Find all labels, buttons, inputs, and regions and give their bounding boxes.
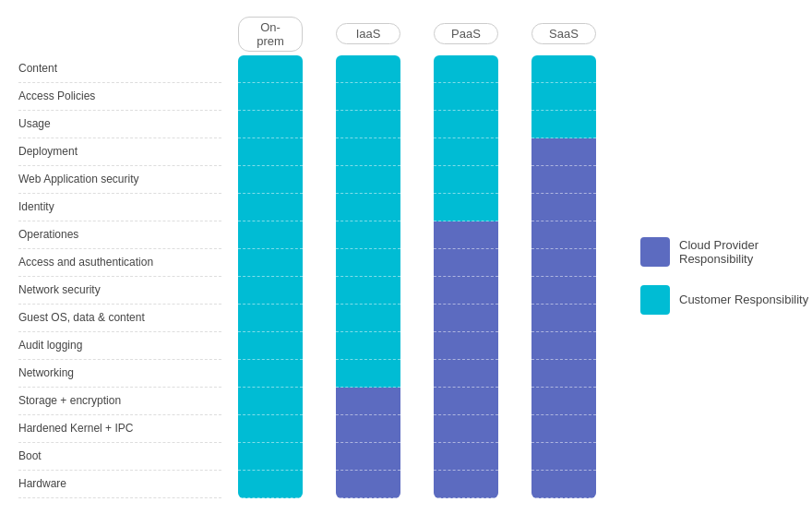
row-label: Identity	[18, 194, 221, 221]
table-cell	[238, 138, 303, 166]
table-cell	[238, 194, 303, 221]
table-cell	[531, 194, 596, 221]
table-cell	[531, 360, 596, 388]
table-cell	[336, 305, 400, 332]
col-header-paas: PaaS	[434, 23, 498, 44]
legend-label: Customer Responsibility	[679, 293, 808, 306]
chart-container: On-premIaaSPaaSSaaSContentAccess Policie…	[9, 0, 803, 514]
table-cell	[531, 83, 596, 111]
table-cell	[238, 249, 303, 277]
row-label: Access and asuthentication	[18, 249, 221, 277]
row-label: Hardware	[18, 471, 221, 498]
table-cell	[531, 166, 596, 194]
table-cell	[434, 166, 498, 194]
header-row: On-premIaaSPaaSSaaS	[18, 17, 613, 52]
table-cell	[434, 332, 498, 360]
table-cell	[336, 443, 400, 471]
table-cell	[336, 332, 400, 360]
table-cell	[531, 277, 596, 305]
table-cell	[238, 221, 303, 249]
row-label: Operationes	[18, 221, 221, 249]
table-cell	[434, 138, 498, 166]
table-cell	[238, 111, 303, 138]
row-label: Boot	[18, 443, 221, 471]
column-paas	[434, 55, 498, 498]
table-cell	[531, 471, 596, 498]
table-cell	[336, 55, 400, 83]
table-cell	[434, 388, 498, 415]
legend-label: Cloud Provider Responsibility	[679, 238, 812, 266]
table-cell	[238, 360, 303, 388]
row-labels-col: ContentAccess PoliciesUsageDeploymentWeb…	[18, 55, 221, 498]
table-cell	[434, 360, 498, 388]
row-label: Audit logging	[18, 332, 221, 360]
table-cell	[336, 471, 400, 498]
table-cell	[531, 415, 596, 443]
row-label: Access Policies	[18, 83, 221, 111]
row-label: Storage + encryption	[18, 388, 221, 415]
table-cell	[238, 55, 303, 83]
table-cell	[531, 111, 596, 138]
table-cell	[434, 471, 498, 498]
table-cell	[336, 249, 400, 277]
row-label: Content	[18, 55, 221, 83]
columns-area	[221, 55, 613, 498]
table-cell	[434, 415, 498, 443]
table-cell	[434, 249, 498, 277]
table-cell	[336, 388, 400, 415]
table-cell	[336, 138, 400, 166]
table-cell	[238, 83, 303, 111]
table-cell	[336, 83, 400, 111]
table-cell	[531, 249, 596, 277]
table-cell	[434, 305, 498, 332]
legend-item: Customer Responsibility	[640, 285, 812, 315]
table-cell	[336, 194, 400, 221]
legend-item: Cloud Provider Responsibility	[640, 237, 812, 267]
table-cell	[434, 194, 498, 221]
body-area: ContentAccess PoliciesUsageDeploymentWeb…	[18, 55, 613, 498]
table-cell	[238, 471, 303, 498]
table-cell	[531, 305, 596, 332]
table-cell	[238, 388, 303, 415]
table-cell	[238, 332, 303, 360]
row-label: Networking	[18, 360, 221, 388]
table-cell	[531, 388, 596, 415]
table-cell	[531, 221, 596, 249]
col-header-onprem: On-prem	[238, 17, 303, 52]
table-cell	[238, 305, 303, 332]
column-saas	[531, 55, 596, 498]
table-cell	[434, 55, 498, 83]
table-cell	[336, 277, 400, 305]
table-cell	[434, 111, 498, 138]
table-cell	[238, 277, 303, 305]
column-onprem	[238, 55, 303, 498]
table-cell	[336, 415, 400, 443]
row-label: Web Application security	[18, 166, 221, 194]
col-header-iaas: IaaS	[336, 23, 400, 44]
row-label: Network security	[18, 277, 221, 305]
table-cell	[434, 443, 498, 471]
table-cell	[434, 221, 498, 249]
table-cell	[238, 415, 303, 443]
table-cell	[336, 111, 400, 138]
row-label: Deployment	[18, 138, 221, 166]
row-label: Guest OS, data & content	[18, 305, 221, 332]
table-cell	[531, 55, 596, 83]
row-label: Hardened Kernel + IPC	[18, 415, 221, 443]
table-cell	[336, 166, 400, 194]
table-cell	[531, 138, 596, 166]
column-iaas	[336, 55, 400, 498]
col-header-saas: SaaS	[531, 23, 596, 44]
row-label: Usage	[18, 111, 221, 138]
table-cell	[336, 360, 400, 388]
table-cell	[531, 332, 596, 360]
table-cell	[434, 83, 498, 111]
table-cell	[238, 443, 303, 471]
legend-area: Cloud Provider ResponsibilityCustomer Re…	[640, 17, 812, 498]
legend-swatch	[640, 237, 670, 267]
table-cell	[238, 166, 303, 194]
table-cell	[336, 221, 400, 249]
legend-swatch	[640, 285, 670, 315]
table-cell	[434, 277, 498, 305]
table-cell	[531, 443, 596, 471]
